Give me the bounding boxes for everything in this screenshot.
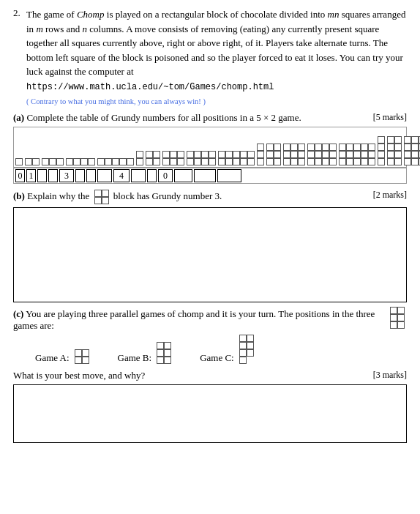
block-16	[387, 136, 402, 165]
block-9	[218, 151, 255, 165]
game-b-top-block	[390, 307, 405, 329]
part-b-text: (b) Explain why the block has Grundy num…	[13, 190, 222, 204]
grundy-10[interactable]	[147, 169, 157, 182]
grundy-5[interactable]	[75, 169, 85, 182]
grundy-12[interactable]	[174, 169, 192, 182]
part-c-marks: [3 marks]	[373, 370, 407, 381]
block-15	[378, 136, 385, 165]
grundy-numbers-row: 0 1 3 4 0	[13, 168, 407, 184]
part-a: (a) Complete the table of Grundy numbers…	[13, 112, 407, 184]
block-5	[136, 151, 143, 165]
url-text: https://www.math.ucla.edu/~tom/Games/cho…	[26, 82, 274, 92]
grundy-11[interactable]: 0	[158, 169, 173, 182]
game-c-label: Game C:	[200, 352, 234, 364]
block-0	[15, 158, 23, 165]
grundy-9[interactable]	[131, 169, 146, 182]
game-c: Game C:	[200, 335, 256, 364]
part-c-answer-box[interactable]	[13, 384, 407, 443]
games-row: Game A: Game B:	[35, 335, 407, 364]
grundy-2[interactable]	[37, 169, 47, 182]
part-a-text: Complete the table of Grundy numbers for…	[26, 112, 301, 123]
game-a: Game A:	[35, 349, 91, 364]
grundy-13[interactable]	[194, 169, 216, 182]
part-a-label: (a) Complete the table of Grundy numbers…	[13, 112, 301, 124]
part-b: (b) Explain why the block has Grundy num…	[13, 190, 407, 302]
grundy-7[interactable]	[97, 169, 112, 182]
question-body: The game of Chomp is played on a rectang…	[26, 7, 407, 108]
grundy-14[interactable]	[217, 169, 241, 182]
contrary-note: ( Contrary to what you might think, you …	[26, 97, 206, 105]
grundy-4[interactable]: 3	[59, 169, 74, 182]
part-b-marks: [2 marks]	[373, 190, 407, 201]
blocks-row	[13, 127, 407, 168]
part-c-text: (c) You are playing three parallel games…	[13, 308, 383, 332]
block-7	[162, 151, 184, 165]
game-a-block	[75, 349, 89, 364]
block-2	[42, 158, 64, 165]
block-4	[97, 158, 134, 165]
inline-block-b	[94, 190, 109, 204]
block-3	[66, 158, 95, 165]
game-c-block	[239, 335, 254, 364]
part-a-marks: [5 marks]	[373, 112, 407, 123]
blocks-table: 0 1 3 4 0	[13, 127, 407, 184]
part-b-answer-box[interactable]	[13, 207, 407, 302]
question-2: 2. The game of Chomp is played on a rect…	[13, 7, 407, 443]
block-17	[404, 136, 420, 165]
block-11	[266, 144, 281, 165]
grundy-1[interactable]: 1	[26, 169, 36, 182]
question-number: 2.	[13, 7, 23, 19]
block-14	[339, 144, 375, 165]
game-b: Game B:	[118, 342, 174, 364]
game-b-label: Game B:	[118, 352, 152, 364]
part-c-what-text: What is your best move, and why?	[13, 370, 145, 381]
block-1	[25, 158, 40, 165]
block-12	[283, 144, 305, 165]
block-8	[187, 151, 216, 165]
grundy-6[interactable]	[86, 169, 96, 182]
block-6	[146, 151, 160, 165]
grundy-0[interactable]: 0	[15, 169, 25, 182]
game-b-block	[157, 342, 171, 364]
grundy-3[interactable]	[48, 169, 58, 182]
grundy-8[interactable]: 4	[113, 169, 130, 182]
part-c: (c) You are playing three parallel games…	[13, 308, 407, 443]
question-text-1: The game of Chomp is played on a rectang…	[26, 9, 405, 77]
game-a-label: Game A:	[35, 352, 70, 364]
block-13	[307, 144, 337, 165]
block-10	[257, 144, 264, 165]
